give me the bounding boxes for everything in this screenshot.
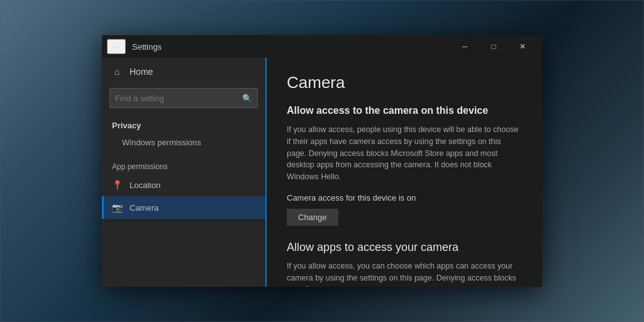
location-label: Location (130, 180, 160, 190)
maximize-button[interactable]: □ (479, 35, 508, 58)
privacy-section-label: Privacy (102, 113, 265, 133)
sidebar-item-home[interactable]: ⌂ Home (102, 60, 265, 83)
settings-window: ← Settings ─ □ ✕ ⌂ Home 🔍 Privacy (102, 35, 542, 287)
sidebar-item-camera[interactable]: 📷 Camera (102, 196, 265, 219)
section2-description: If you allow access, you can choose whic… (287, 260, 522, 287)
search-icon: 🔍 (242, 94, 252, 103)
sidebar: ⌂ Home 🔍 Privacy Windows permissions App… (102, 58, 265, 287)
page-title: Camera (287, 73, 522, 92)
minimize-button[interactable]: ─ (450, 35, 479, 58)
camera-status: Camera access for this device is on (287, 193, 522, 203)
sidebar-item-windows-permissions[interactable]: Windows permissions (102, 133, 265, 152)
content-area: Camera Allow access to the camera on thi… (267, 58, 542, 287)
close-button[interactable]: ✕ (508, 35, 537, 58)
section2-title: Allow apps to access your camera (287, 241, 522, 254)
title-bar: ← Settings ─ □ ✕ (102, 35, 542, 58)
windows-permissions-label: Windows permissions (122, 138, 201, 147)
change-button[interactable]: Change (287, 209, 338, 226)
home-icon: ⌂ (112, 67, 122, 77)
section1-title: Allow access to the camera on this devic… (287, 105, 522, 116)
location-icon: 📍 (112, 180, 122, 190)
window-title: Settings (132, 42, 450, 52)
window-body: ⌂ Home 🔍 Privacy Windows permissions App… (102, 58, 542, 287)
sidebar-item-location[interactable]: 📍 Location (102, 174, 265, 196)
home-label: Home (130, 67, 153, 77)
app-permissions-label: App permissions (102, 152, 265, 174)
back-button[interactable]: ← (107, 39, 126, 54)
search-input[interactable] (115, 94, 242, 103)
camera-label: Camera (130, 203, 158, 213)
section1-description: If you allow access, people using this d… (287, 124, 522, 183)
search-box[interactable]: 🔍 (109, 88, 258, 108)
window-controls: ─ □ ✕ (450, 35, 537, 58)
camera-icon: 📷 (112, 203, 122, 213)
